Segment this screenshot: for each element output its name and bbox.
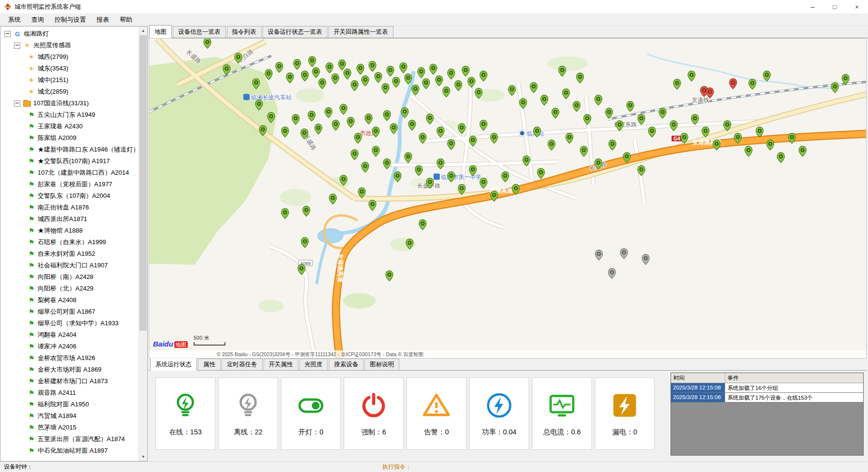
device-pin-green[interactable]	[701, 126, 710, 138]
tree-item-1-10[interactable]: ⚑★博物馆 A1888	[0, 225, 139, 236]
device-pin-green[interactable]	[533, 126, 541, 138]
device-pin-green[interactable]	[408, 120, 416, 131]
device-pin-green[interactable]	[512, 184, 520, 195]
tree-item-1-8[interactable]: ⚑南正街转盘 A1876	[0, 202, 139, 213]
device-pin-green[interactable]	[798, 146, 807, 157]
tree-group-1[interactable]: 107国道沿线(31/31)	[0, 97, 139, 109]
device-pin-green[interactable]	[383, 110, 391, 121]
menu-item-3[interactable]: 报表	[91, 14, 114, 26]
device-pin-green[interactable]	[259, 125, 267, 136]
tree-item-1-13[interactable]: ⚑社会福利院大门口 A1907	[0, 260, 139, 271]
device-pin-green[interactable]	[417, 67, 425, 78]
device-pin-green[interactable]	[766, 139, 774, 151]
device-pin-green[interactable]	[623, 152, 631, 163]
device-pin-green[interactable]	[350, 80, 359, 91]
device-pin-green[interactable]	[576, 72, 584, 83]
main-tab-1[interactable]: 设备信息一览表	[173, 26, 226, 38]
device-pin-green[interactable]	[583, 114, 591, 125]
device-pin-green[interactable]	[255, 99, 263, 111]
menu-item-4[interactable]: 帮助	[114, 14, 138, 26]
column-event[interactable]: 事件	[725, 373, 863, 383]
tree-item-1-6[interactable]: ⚑彭家巷（党校后面）A1977	[0, 179, 139, 190]
device-pin-green[interactable]	[368, 200, 377, 211]
tree-group-0[interactable]: ☀光照度传感器	[0, 40, 139, 51]
tree-item-1-21[interactable]: ⚑金桥农贸市场 A1926	[0, 352, 139, 364]
tree-item-0-1[interactable]: ☀城东(3543)	[0, 63, 139, 74]
device-pin-green[interactable]	[479, 120, 488, 131]
tree-item-1-5[interactable]: ⚑107北（建新中路路口西）A2014	[0, 167, 139, 179]
device-pin-green[interactable]	[426, 178, 434, 189]
device-pin-green[interactable]	[501, 171, 509, 182]
device-pin-green[interactable]	[399, 62, 407, 73]
device-pin-green[interactable]	[393, 171, 402, 182]
tree-item-1-23[interactable]: ⚑金桥建材市场门口 A1873	[0, 375, 139, 387]
device-pin-gray[interactable]	[608, 268, 616, 279]
scroll-up-icon[interactable]: ▲	[139, 27, 147, 35]
expander-icon[interactable]	[14, 42, 20, 49]
device-pin-green[interactable]	[401, 107, 409, 118]
device-pin-green[interactable]	[522, 155, 531, 167]
device-pin-green[interactable]	[339, 104, 348, 115]
device-pin-green[interactable]	[331, 73, 339, 84]
device-pin-green[interactable]	[479, 178, 488, 189]
tree-item-0-3[interactable]: ☀城北(2859)	[0, 86, 139, 97]
device-pin-green[interactable]	[314, 124, 322, 135]
device-pin-green[interactable]	[325, 62, 334, 73]
device-pin-green[interactable]	[723, 120, 731, 131]
device-pin-green[interactable]	[390, 123, 398, 134]
device-pin-green[interactable]	[626, 101, 634, 112]
device-pin-green[interactable]	[788, 133, 796, 144]
main-tab-3[interactable]: 设备运行状态一览表	[263, 26, 328, 38]
device-tree[interactable]: G临湘路灯☀光照度传感器☀城西(2799)☀城东(3543)☀城中(2151)☀…	[0, 27, 139, 461]
device-pin-green[interactable]	[616, 120, 624, 131]
bottom-tab-0[interactable]: 系统运行状态	[150, 358, 197, 371]
device-pin-green[interactable]	[422, 78, 430, 89]
device-pin-green[interactable]	[372, 146, 380, 157]
device-pin-green[interactable]	[383, 158, 391, 169]
device-pin-green[interactable]	[203, 38, 211, 49]
bottom-tab-4[interactable]: 光照度	[299, 359, 328, 370]
device-pin-red[interactable]	[706, 87, 714, 98]
device-pin-green[interactable]	[332, 120, 340, 131]
device-pin-gray[interactable]	[620, 248, 628, 259]
device-pin-green[interactable]	[406, 238, 414, 250]
device-pin-green[interactable]	[358, 187, 366, 198]
device-pin-green[interactable]	[469, 165, 477, 176]
device-pin-green[interactable]	[364, 113, 373, 125]
tree-item-0-0[interactable]: ☀城西(2799)	[0, 51, 139, 63]
device-pin-green[interactable]	[385, 270, 393, 281]
device-pin-green[interactable]	[300, 128, 308, 139]
device-pin-green[interactable]	[442, 86, 450, 97]
bottom-tab-6[interactable]: 图标说明	[364, 359, 399, 370]
tree-item-1-2[interactable]: ⚑陈家组 A2009	[0, 132, 139, 144]
device-pin-green[interactable]	[429, 64, 437, 75]
device-pin-green[interactable]	[580, 146, 588, 157]
device-pin-gray[interactable]	[642, 254, 650, 265]
tree-item-1-24[interactable]: ⚑观音路 A2411	[0, 387, 139, 399]
device-pin-green[interactable]	[301, 237, 309, 248]
device-pin-green[interactable]	[252, 78, 260, 89]
tree-item-1-20[interactable]: ⚑谭家冲 A2406	[0, 341, 139, 352]
tree-root[interactable]: G临湘路灯	[0, 28, 139, 40]
device-pin-green[interactable]	[454, 80, 462, 91]
event-log-row-1[interactable]: 2025/3/28 12:15:08系统加载了175个设备，在线153个	[671, 393, 863, 403]
tree-item-1-27[interactable]: ⚑芭茅塘 A2015	[0, 422, 139, 433]
device-pin-green[interactable]	[467, 77, 476, 88]
device-pin-green[interactable]	[308, 56, 316, 67]
device-pin-green[interactable]	[594, 158, 602, 169]
device-pin-green[interactable]	[381, 83, 390, 94]
device-pin-green[interactable]	[386, 66, 394, 77]
device-pin-green[interactable]	[275, 62, 283, 73]
device-pin-green[interactable]	[594, 95, 602, 106]
device-pin-green[interactable]	[361, 75, 369, 86]
bottom-tab-5[interactable]: 搜索设备	[329, 359, 364, 370]
device-pin-green[interactable]	[281, 208, 289, 219]
event-log-row-0[interactable]: 2025/3/28 12:15:08系统加载了16个分组	[671, 383, 863, 393]
device-pin-green[interactable]	[419, 219, 427, 230]
device-pin-green[interactable]	[356, 64, 364, 75]
device-pin-green[interactable]	[680, 133, 688, 144]
device-pin-green[interactable]	[744, 146, 753, 157]
device-pin-green[interactable]	[223, 64, 231, 75]
device-pin-green[interactable]	[404, 152, 412, 163]
tree-item-1-4[interactable]: ⚑★交警队西(107南) A1917	[0, 155, 139, 167]
